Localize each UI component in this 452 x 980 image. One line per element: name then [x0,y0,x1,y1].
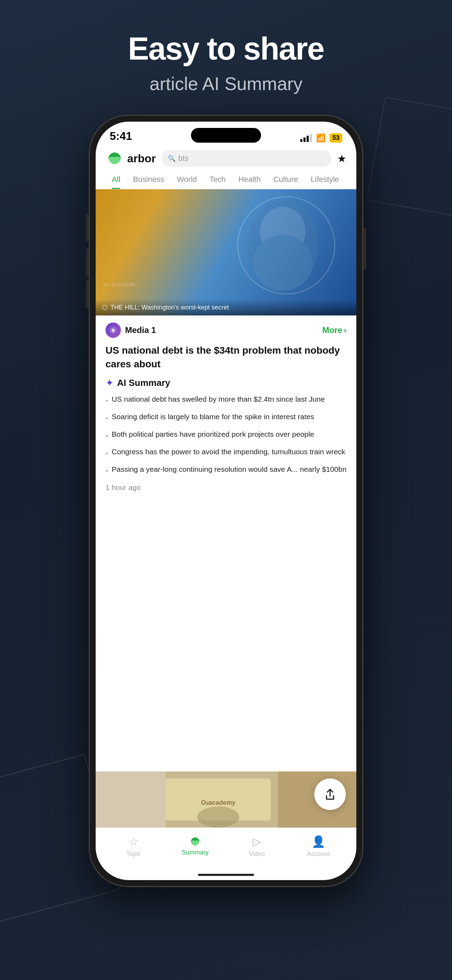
bottom-nav: ☆ Topic Summary ▷ Video 👤 Account [95,827,357,870]
external-link-icon: ⬡ [102,304,108,311]
logo-area: arbor [105,151,156,166]
share-icon [323,787,337,801]
article-source-text: THE HILL: Washington's worst-kept secret [110,304,229,311]
tab-business[interactable]: Business [126,171,170,189]
summary-leaf-icon [189,836,202,847]
media-avatar [105,323,121,338]
logo-leaf-icon [105,151,124,166]
ai-summary-header: ✦ AI Summary [105,377,347,389]
hero-subtitle: article AI Summary [128,73,324,94]
bullet-item-2: Soaring deficit is largely to blame for … [105,411,347,425]
video-icon: ▷ [253,835,261,848]
time-ago: 1 hour ago [105,483,347,492]
chevron-right-icon: › [344,325,347,335]
bullet-item-1: US national debt has swelled by more tha… [105,394,347,407]
bullet-list: US national debt has swelled by more tha… [105,394,347,478]
status-icons: 📶 53 [300,133,342,143]
ai-summary-label: AI Summary [117,377,170,388]
account-icon: 👤 [312,835,326,848]
bullet-item-4: Congress has the power to avoid the impe… [105,446,347,460]
article-hero-image: 48·62198606 ⬡ THE HILL: Washington's wor… [95,189,357,315]
article-hero-overlay: ⬡ THE HILL: Washington's worst-kept secr… [95,299,357,315]
article-content: Media 1 More › US national debt is the $… [95,315,357,772]
tab-health[interactable]: Health [232,171,267,189]
tab-lifestyle[interactable]: Lifestyle [304,171,345,189]
phone-wrapper: 5:41 📶 53 [89,115,363,886]
status-time: 5:41 [110,130,132,143]
tab-all[interactable]: All [105,171,126,189]
hero-title: Easy to share [128,32,324,66]
search-bar[interactable]: 🔍 bts [162,150,331,167]
media-left: Media 1 [105,323,156,338]
home-indicator-bar [198,874,254,876]
ai-star-icon: ✦ [105,377,113,389]
hero-section: Easy to share article AI Summary [128,0,324,115]
phone-frame: 5:41 📶 53 [89,115,363,886]
svg-rect-6 [95,772,166,827]
article-title: US national debt is the $34tn problem th… [105,344,347,371]
svg-point-4 [112,329,115,332]
bottom-nav-summary[interactable]: Summary [178,836,213,856]
signal-icon [300,134,312,142]
search-icon: 🔍 [168,154,175,162]
battery-icon: 53 [330,133,342,143]
video-label: Video [249,850,265,858]
svg-text:O₂academy: O₂academy [201,799,236,806]
home-indicator [95,870,357,880]
wifi-icon: 📶 [316,134,326,143]
summary-label: Summary [181,849,208,856]
bottom-nav-video[interactable]: ▷ Video [239,835,274,858]
tab-tech[interactable]: Tech [203,171,232,189]
media-row: Media 1 More › [105,323,347,338]
share-fab-button[interactable] [314,778,346,810]
search-input-value: bts [178,154,188,163]
nav-tabs: All Business World Tech Health Culture L… [95,171,357,189]
more-link[interactable]: More › [322,325,347,335]
bottom-nav-account[interactable]: 👤 Account [301,835,336,858]
bill-portrait [237,193,328,298]
bullet-item-5: Passing a year-long continuing resolutio… [105,464,347,478]
bookmark-icon[interactable]: ★ [337,153,347,165]
bottom-nav-topic[interactable]: ☆ Topic [116,835,151,858]
money-visual: 48·62198606 [95,189,357,315]
media-avatar-icon [109,326,118,334]
tab-culture[interactable]: Culture [267,171,304,189]
phone-screen: 5:41 📶 53 [95,122,357,880]
topic-icon: ☆ [129,835,139,848]
app-logo-text: arbor [127,152,156,165]
dynamic-island [191,128,261,143]
media-name-text: Media 1 [125,325,156,335]
account-label: Account [307,850,330,858]
svg-point-2 [253,235,312,291]
app-header: arbor 🔍 bts ★ [95,146,357,171]
tab-world[interactable]: World [170,171,203,189]
topic-label: Topic [126,850,141,858]
svg-point-10 [197,807,239,827]
bill-number-text: 48·62198606 [103,282,135,287]
bullet-item-3: Both political parties have prioritized … [105,429,347,443]
